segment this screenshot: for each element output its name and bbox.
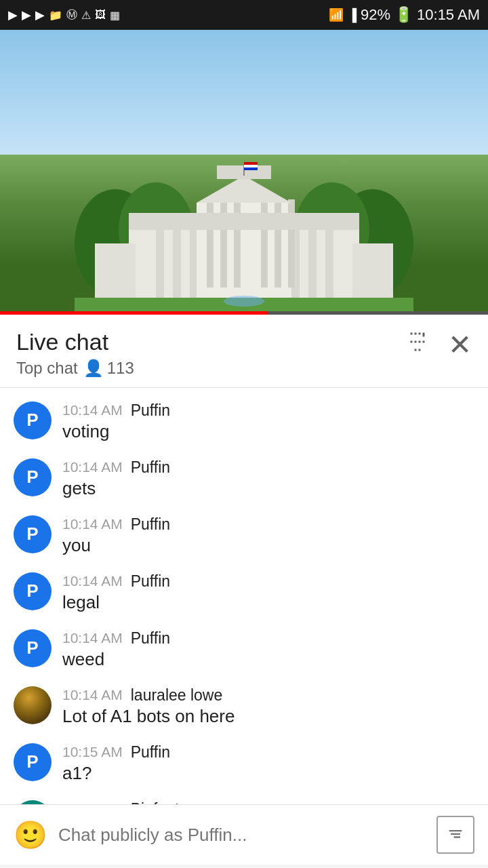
battery-icon: 🔋 [394,6,413,24]
message-content: 10:14 AM Puffin you [62,515,474,556]
chat-header: Live chat Top chat 👤 113 ✕ [0,315,488,388]
message-text: Lot of A1 bots on here [62,706,474,727]
chat-header-left: Live chat Top chat 👤 113 [16,328,134,378]
svg-marker-20 [197,176,291,203]
message-author: lauralee lowe [131,686,223,705]
chat-input[interactable] [58,825,426,846]
message-meta: 10:14 AM Puffin [62,401,474,420]
battery-label: 92% [361,6,390,24]
youtube-icon: ▶ [22,7,31,22]
messages-area[interactable]: P 10:14 AM Puffin voting P 10:14 AM Puff… [0,388,488,804]
message-meta: 10:15 AM Puffin [62,743,474,762]
message-author: Puffin [131,572,170,591]
svg-rect-19 [288,199,295,288]
message-time: 10:15 AM [62,744,123,760]
person-icon: 👤 [83,359,104,378]
play-icon: ▶ [8,7,18,22]
viewer-count: 👤 113 [83,359,134,378]
list-item: P 10:14 AM Puffin you [0,507,488,564]
whitehouse-image [75,162,413,311]
send-button[interactable] [436,816,474,854]
list-item: P 10:14 AM Puffin voting [0,393,488,450]
message-time: 10:14 AM [62,459,123,475]
svg-rect-14 [207,199,214,288]
signal-icon: ▐ [348,8,357,22]
avatar: P [14,458,52,496]
list-item: P 10:14 AM Puffin gets [0,450,488,507]
message-content: 10:14 AM Puffin gets [62,458,474,499]
sky-background [0,30,488,158]
message-text: a1? [62,763,474,784]
emoji-button[interactable]: 🙂 [14,819,47,851]
message-time: 10:14 AM [62,687,123,703]
svg-rect-23 [95,243,136,298]
message-time: 10:14 AM [62,402,123,418]
message-meta: 10:14 AM Puffin [62,572,474,591]
svg-rect-30 [244,167,258,170]
list-item: 10:14 AM lauralee lowe Lot of A1 bots on… [0,678,488,735]
svg-rect-18 [274,199,281,288]
message-author: Puffin [131,743,170,762]
youtube2-icon: ▶ [35,7,45,22]
close-icon[interactable]: ✕ [448,328,472,361]
avatar: P [14,572,52,610]
message-time: 10:14 AM [62,630,123,646]
viewer-count-number: 113 [107,359,134,378]
message-time: 10:14 AM [62,573,123,589]
filter-icon[interactable] [407,330,432,360]
message-content: 10:14 AM lauralee lowe Lot of A1 bots on… [62,686,474,727]
avatar: P [14,401,52,439]
chat-input-area: 🙂 [0,804,488,865]
svg-rect-16 [234,199,241,288]
warning-icon: ⚠ [81,9,91,22]
time-label: 10:15 AM [417,6,480,24]
message-content: 10:14 AM Puffin legal [62,572,474,613]
message-author: Puffin [131,401,170,420]
live-chat-title: Live chat [16,328,134,356]
message-text: weed [62,649,474,670]
live-chat-panel: Live chat Top chat 👤 113 ✕ P [0,315,488,865]
status-info-right: 📶 ▐ 92% 🔋 10:15 AM [329,6,480,24]
message-content: 10:14 AM Puffin weed [62,629,474,670]
wifi-icon: 📶 [329,7,344,22]
message-content: 10:14 AM Puffin voting [62,401,474,442]
status-icons-left: ▶ ▶ ▶ 📁 Ⓜ ⚠ 🖼 ▦ [8,7,120,22]
image-icon: 🖼 [95,9,106,21]
chat-subheader: Top chat 👤 113 [16,359,134,378]
avatar: P [14,629,52,667]
message-time: 10:14 AM [62,516,123,532]
svg-rect-17 [261,199,268,288]
message-meta: 10:14 AM Puffin [62,515,474,534]
list-item: P 10:14 AM Puffin legal [0,564,488,621]
avatar [14,686,52,724]
svg-point-26 [224,296,264,307]
list-item: P 10:14 AM Puffin weed [0,621,488,678]
video-progress-bar[interactable] [0,311,488,315]
message-meta: 10:14 AM Puffin [62,458,474,477]
message-meta: 10:14 AM Puffin [62,629,474,648]
chat-header-right: ✕ [407,328,472,361]
avatar: P [14,515,52,553]
svg-rect-15 [220,199,227,288]
message-text: gets [62,478,474,499]
top-chat-tab[interactable]: Top chat [16,359,78,378]
message-text: you [62,535,474,556]
list-item: B 10:15 AM Bigfoot i have had enough [0,792,488,804]
message-text: legal [62,592,474,613]
folder-icon: 📁 [49,9,62,22]
status-bar: ▶ ▶ ▶ 📁 Ⓜ ⚠ 🖼 ▦ 📶 ▐ 92% 🔋 10:15 AM [0,0,488,30]
list-item: P 10:15 AM Puffin a1? [0,735,488,792]
message-text: voting [62,421,474,442]
message-meta: 10:14 AM lauralee lowe [62,686,474,705]
svg-rect-21 [129,213,359,230]
message-author: Puffin [131,458,170,477]
svg-rect-29 [244,165,258,167]
message-content: 10:15 AM Puffin a1? [62,743,474,784]
video-progress-fill [0,311,268,315]
video-player[interactable] [0,30,488,315]
mastodon-icon: Ⓜ [66,8,77,22]
avatar: P [14,743,52,781]
svg-rect-24 [352,243,393,298]
message-author: Puffin [131,515,170,534]
grid-icon: ▦ [110,9,120,22]
